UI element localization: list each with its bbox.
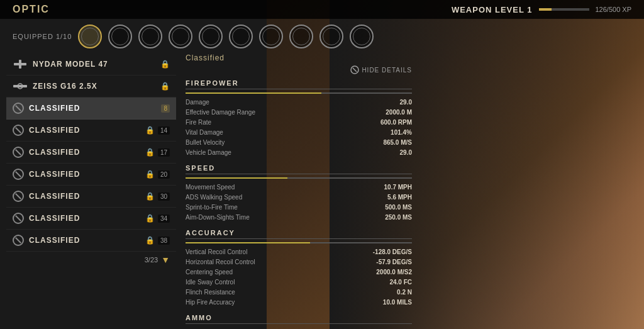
stat-row-2-1: Horizontal Recoil Control-57.9 DEG/S [186,257,412,267]
hide-details-icon [350,65,359,74]
stat-name-2-1: Horizontal Recoil Control [186,257,255,267]
stat-row-0-3: Vital Damage101.4% [186,128,412,138]
svg-line-5 [353,68,357,72]
slot-inner-4 [202,28,219,45]
attachment-name-8: CLASSIFIED [29,236,142,245]
stats-section-title-1: SPEED [186,164,412,174]
attachment-name-0: NYDAR MODEL 47 [33,60,157,69]
weapon-level-text: WEAPON LEVEL 1 [452,5,533,14]
stat-name-0-5: Vehicle Damage [186,148,231,158]
attachment-classified-1[interactable]: CLASSIFIED 🔒 14 [6,120,176,142]
stats-section-3: AMMOReload Quickness3.0 SMagazine Ammo C… [186,314,412,329]
no-icon-5 [13,169,24,180]
stat-name-0-0: Damage [186,98,209,108]
attachment-slot-3[interactable] [169,25,192,48]
attachment-nydar[interactable]: NYDAR MODEL 47 🔒 [6,53,176,75]
attachment-slot-0[interactable] [78,25,102,48]
stats-section-1: SPEEDMovement Speed10.7 MPHADS Walking S… [186,164,412,223]
slot-inner-2 [142,28,159,45]
stat-name-2-4: Flinch Resistance [186,287,235,298]
stat-value-1-1: 5.6 MPH [387,192,412,203]
stat-name-2-5: Hip Fire Accuracy [186,298,235,308]
no-icon-7 [13,213,24,224]
stat-row-2-5: Hip Fire Accuracy10.0 MILS [186,298,412,308]
slot-inner-5 [232,28,250,45]
left-panel: NYDAR MODEL 47 🔒 ZEISS G16 2.5X 🔒 CLASSI… [6,53,176,268]
stat-row-0-1: Effective Damage Range2000.0 M [186,108,412,118]
pagination-text: 3/23 [145,256,158,264]
stat-row-2-2: Centering Speed2000.0 M/S2 [186,267,412,277]
stats-section-title-0: FIREPOWER [186,79,412,89]
attachment-slot-9[interactable] [350,25,374,48]
stat-row-1-2: Sprint-to-Fire Time500.0 MS [186,203,412,213]
stat-row-0-2: Fire Rate600.0 RPM [186,118,412,128]
lock-icon-7: 🔒 [145,214,155,223]
stat-value-2-4: 0.2 N [397,287,412,298]
attachment-name-2: CLASSIFIED [29,104,158,113]
right-panel: Classified HIDE DETAILS FIREPOWERDamage2… [186,53,412,329]
stat-row-1-0: Movement Speed10.7 MPH [186,182,412,192]
level-badge-5: 20 [158,170,170,179]
attachment-slot-8[interactable] [319,25,343,48]
attachment-name-6: CLASSIFIED [29,192,142,201]
stat-value-1-0: 10.7 MPH [384,182,412,192]
stat-value-0-2: 600.0 RPM [380,118,412,128]
section-title: OPTIC [13,4,50,15]
stat-row-1-1: ADS Walking Speed5.6 MPH [186,192,412,203]
svg-rect-2 [13,85,27,87]
slot-inner-6 [262,28,280,45]
stat-value-0-3: 101.4% [391,128,412,138]
stat-value-0-1: 2000.0 M [386,108,412,118]
stat-value-0-0: 29.0 [400,98,412,108]
stat-value-1-2: 500.0 MS [385,203,412,213]
attachment-classified-2[interactable]: CLASSIFIED 🔒 17 [6,142,176,164]
hide-details-row[interactable]: HIDE DETAILS [186,65,412,74]
attachment-slot-5[interactable] [229,25,253,48]
pagination-down-arrow[interactable]: ▼ [161,255,170,265]
attachment-name-3: CLASSIFIED [29,126,142,135]
attachment-slot-1[interactable] [108,25,132,48]
attachment-zeiss[interactable]: ZEISS G16 2.5X 🔒 [6,75,176,98]
stat-name-2-2: Centering Speed [186,267,233,277]
no-icon-4 [13,147,24,158]
stat-row-2-4: Flinch Resistance0.2 N [186,287,412,298]
level-badge-7: 34 [158,215,170,223]
lock-icon-1: 🔒 [160,82,170,91]
level-badge-4: 17 [158,148,170,157]
stat-name-0-3: Vital Damage [186,128,223,138]
equipped-label: EQUIPPED 1/10 [13,33,72,40]
level-badge-6: 30 [158,192,170,201]
attachment-slot-6[interactable] [259,25,283,48]
stat-row-0-5: Vehicle Damage29.0 [186,148,412,158]
stat-row-0-4: Bullet Velocity865.0 M/S [186,138,412,148]
xp-bar-container [539,8,589,11]
attachment-classified-3[interactable]: CLASSIFIED 🔒 20 [6,164,176,186]
stat-value-0-4: 865.0 M/S [383,138,412,148]
stats-section-0: FIREPOWERDamage29.0Effective Damage Rang… [186,79,412,158]
no-icon-2 [13,103,24,114]
hide-details-label: HIDE DETAILS [362,67,412,74]
attachment-slot-4[interactable] [199,25,223,48]
section-bar-2 [186,242,412,243]
attachment-classified-5[interactable]: CLASSIFIED 🔒 34 [6,208,176,230]
level-badge-3: 14 [158,126,170,135]
stat-name-1-1: ADS Walking Speed [186,192,242,203]
attachment-slot-2[interactable] [138,25,162,48]
stat-row-2-0: Vertical Recoil Control-128.0 DEG/S [186,247,412,257]
stat-name-0-2: Fire Rate [186,118,211,128]
classified-header: Classified [186,53,412,62]
stat-name-1-3: Aim-Down-Sights Time [186,213,250,223]
attachment-name-5: CLASSIFIED [29,170,142,179]
lock-icon-5: 🔒 [145,170,155,179]
slot-inner-3 [172,28,189,45]
xp-text: 126/500 XP [596,6,632,13]
stat-value-2-2: 2000.0 M/S2 [376,267,412,277]
attachment-classified-0[interactable]: CLASSIFIED 8 [6,98,176,120]
attachment-classified-4[interactable]: CLASSIFIED 🔒 30 [6,186,176,208]
pagination: 3/23 ▼ [6,252,176,268]
attachment-classified-6[interactable]: CLASSIFIED 🔒 38 [6,230,176,252]
stat-value-2-1: -57.9 DEG/S [376,257,412,267]
lock-icon-4: 🔒 [145,148,155,157]
attachment-slot-7[interactable] [289,25,313,48]
lock-icon-8: 🔒 [145,236,155,245]
